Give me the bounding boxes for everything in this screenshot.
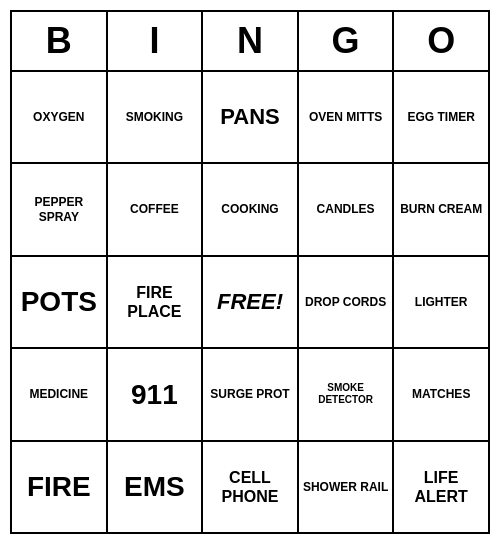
cell-3-0: MEDICINE <box>12 349 108 439</box>
cell-2-4: LIGHTER <box>394 257 488 347</box>
cell-4-2: CELL PHONE <box>203 442 299 532</box>
grid-row-4: FIREEMSCELL PHONESHOWER RAILLIFE ALERT <box>12 442 488 532</box>
cell-2-3: DROP CORDS <box>299 257 395 347</box>
cell-1-3: CANDLES <box>299 164 395 254</box>
grid-row-0: OXYGENSMOKINGPANSOVEN MITTSEGG TIMER <box>12 72 488 164</box>
cell-3-3: SMOKE DETECTOR <box>299 349 395 439</box>
cell-4-1: EMS <box>108 442 204 532</box>
cell-0-3: OVEN MITTS <box>299 72 395 162</box>
grid-row-3: MEDICINE911SURGE PROTSMOKE DETECTORMATCH… <box>12 349 488 441</box>
header-letter: N <box>203 12 299 70</box>
cell-3-1: 911 <box>108 349 204 439</box>
cell-2-1: FIRE PLACE <box>108 257 204 347</box>
cell-1-0: PEPPER SPRAY <box>12 164 108 254</box>
bingo-grid: OXYGENSMOKINGPANSOVEN MITTSEGG TIMERPEPP… <box>12 72 488 532</box>
cell-0-4: EGG TIMER <box>394 72 488 162</box>
bingo-card: BINGO OXYGENSMOKINGPANSOVEN MITTSEGG TIM… <box>10 10 490 534</box>
cell-4-0: FIRE <box>12 442 108 532</box>
cell-4-4: LIFE ALERT <box>394 442 488 532</box>
cell-2-0: POTS <box>12 257 108 347</box>
cell-0-0: OXYGEN <box>12 72 108 162</box>
grid-row-1: PEPPER SPRAYCOFFEECOOKINGCANDLESBURN CRE… <box>12 164 488 256</box>
grid-row-2: POTSFIRE PLACEFree!DROP CORDSLIGHTER <box>12 257 488 349</box>
cell-1-4: BURN CREAM <box>394 164 488 254</box>
cell-1-2: COOKING <box>203 164 299 254</box>
cell-0-1: SMOKING <box>108 72 204 162</box>
header-row: BINGO <box>12 12 488 72</box>
cell-1-1: COFFEE <box>108 164 204 254</box>
cell-3-2: SURGE PROT <box>203 349 299 439</box>
cell-2-2: Free! <box>203 257 299 347</box>
cell-3-4: MATCHES <box>394 349 488 439</box>
header-letter: B <box>12 12 108 70</box>
header-letter: G <box>299 12 395 70</box>
header-letter: I <box>108 12 204 70</box>
header-letter: O <box>394 12 488 70</box>
cell-4-3: SHOWER RAIL <box>299 442 395 532</box>
cell-0-2: PANS <box>203 72 299 162</box>
